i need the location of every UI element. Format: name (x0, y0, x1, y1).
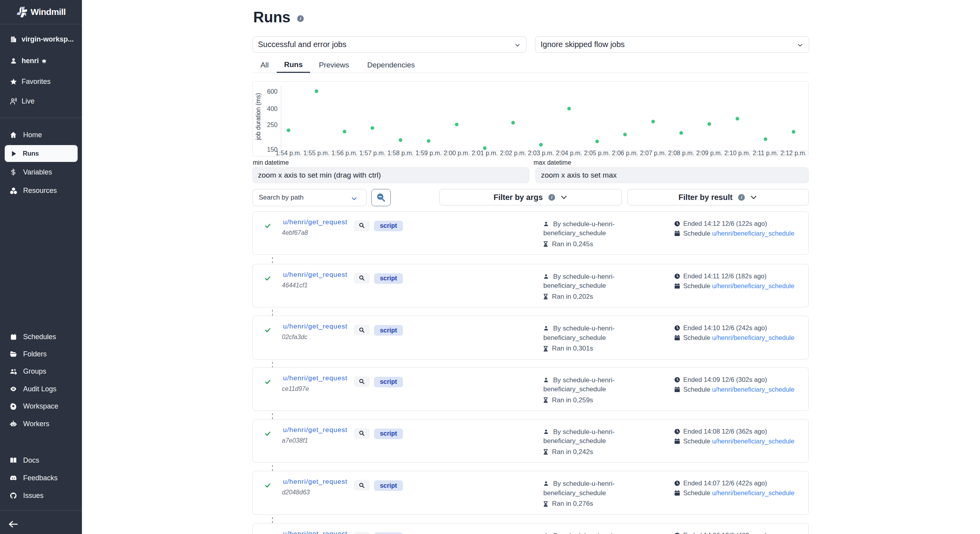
svg-text:400: 400 (267, 105, 278, 112)
svg-text:2:04 p.m.: 2:04 p.m. (556, 150, 582, 156)
svg-text:2:10 p.m.: 2:10 p.m. (724, 150, 751, 156)
svg-text:2:00 p.m.: 2:00 p.m. (444, 150, 470, 156)
svg-text:2:07 p.m.: 2:07 p.m. (640, 150, 666, 156)
svg-text:1:55 p.m.: 1:55 p.m. (303, 150, 330, 156)
svg-text:1:59 p.m.: 1:59 p.m. (416, 150, 442, 156)
svg-text:2:11 p.m.: 2:11 p.m. (753, 150, 779, 156)
svg-text:600: 600 (267, 88, 278, 95)
svg-text:2:02 p.m.: 2:02 p.m. (500, 150, 526, 156)
svg-text:job duration (ms): job duration (ms) (255, 93, 261, 140)
svg-text:2:06 p.m.: 2:06 p.m. (612, 150, 638, 156)
svg-text:2:12 p.m.: 2:12 p.m. (780, 150, 807, 156)
svg-text:2:09 p.m.: 2:09 p.m. (696, 150, 722, 156)
svg-text:1:54 p.m.: 1:54 p.m. (276, 150, 302, 156)
svg-text:2:01 p.m.: 2:01 p.m. (472, 150, 498, 156)
svg-text:2:08 p.m.: 2:08 p.m. (668, 150, 694, 156)
svg-text:2:03 p.m.: 2:03 p.m. (528, 150, 554, 156)
svg-text:1:58 p.m.: 1:58 p.m. (387, 150, 414, 156)
svg-text:250: 250 (267, 122, 278, 128)
svg-text:1:56 p.m.: 1:56 p.m. (332, 150, 358, 156)
svg-text:1:57 p.m.: 1:57 p.m. (359, 150, 386, 156)
svg-text:2:05 p.m.: 2:05 p.m. (584, 150, 610, 156)
